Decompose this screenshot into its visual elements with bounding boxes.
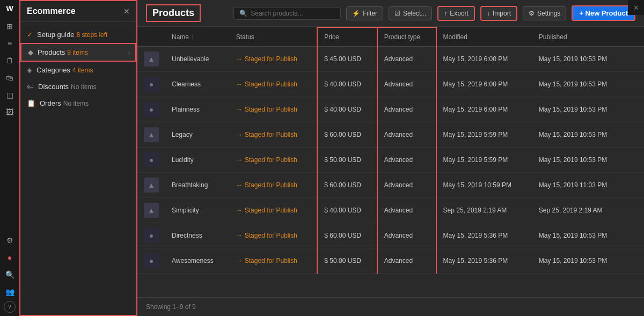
col-product-type[interactable]: Product type	[377, 27, 436, 47]
product-name: Clearness	[172, 80, 201, 88]
table-footer: Showing 1–9 of 9	[137, 297, 644, 316]
product-status-cell[interactable]: → Staged for Publish	[230, 47, 318, 72]
categories-count: 4 items	[72, 67, 93, 74]
store-icon[interactable]: 🛍	[2, 70, 18, 86]
product-status-cell[interactable]: → Staged for Publish	[230, 97, 318, 122]
table-row[interactable]: ● Plainness → Staged for Publish $ 40.00…	[137, 97, 644, 122]
product-published: May 15, 2019 11:03 PM	[539, 181, 607, 189]
product-type: Advanced	[384, 181, 413, 189]
product-published-cell: May 15, 2019 10:53 PM	[532, 248, 628, 274]
product-modified-cell: May 15, 2019 6:00 PM	[436, 97, 532, 122]
search-icon: 🔍	[239, 10, 247, 17]
settings-icon[interactable]: ⚙	[2, 232, 18, 248]
product-name-cell[interactable]: Lucidity	[165, 148, 230, 173]
col-modified[interactable]: Modified	[436, 27, 532, 47]
search-icon-bar[interactable]: 🔍	[2, 267, 18, 283]
sidebar-item-discounts[interactable]: 🏷 Discounts No items	[20, 78, 136, 95]
product-price: $ 50.00 USD	[324, 257, 361, 264]
settings-gear-icon: ⚙	[529, 10, 535, 17]
search-box[interactable]: 🔍	[233, 7, 341, 20]
export-button[interactable]: ↑ Export	[437, 6, 475, 21]
menu-icon[interactable]: ≡	[2, 35, 18, 52]
sidebar-item-products[interactable]: ◆ Products 9 items ›	[20, 43, 136, 62]
table-row[interactable]: ● Clearness → Staged for Publish $ 40.00…	[137, 72, 644, 97]
product-price: $ 60.00 USD	[324, 181, 361, 189]
page-icon[interactable]: 🗒	[2, 53, 18, 69]
media-icon[interactable]: 🖼	[2, 104, 18, 120]
product-name-cell[interactable]: Breathtaking	[165, 173, 230, 198]
product-status-cell[interactable]: → Staged for Publish	[230, 122, 318, 148]
col-published[interactable]: Published	[532, 27, 628, 47]
table-row[interactable]: ▲ Unbelievable → Staged for Publish $ 45…	[137, 47, 644, 72]
status-value: → Staged for Publish	[236, 156, 311, 164]
product-thumb-cell: ▲	[137, 47, 165, 72]
search-input[interactable]	[251, 10, 331, 17]
product-status-cell[interactable]: → Staged for Publish	[230, 148, 318, 173]
product-modified: May 15, 2019 5:36 PM	[443, 257, 508, 264]
product-actions-cell	[628, 248, 644, 274]
product-type-cell: Advanced	[377, 248, 436, 274]
product-price-cell: $ 50.00 USD	[317, 148, 377, 173]
product-modified-cell: May 15, 2019 10:59 PM	[436, 173, 532, 198]
table-row[interactable]: ● Lucidity → Staged for Publish $ 50.00 …	[137, 148, 644, 173]
product-status-cell[interactable]: → Staged for Publish	[230, 173, 318, 198]
table-row[interactable]: ● Awesomeness → Staged for Publish $ 50.…	[137, 248, 644, 274]
product-status-cell[interactable]: → Staged for Publish	[230, 72, 318, 97]
table-row[interactable]: ● Directness → Staged for Publish $ 60.0…	[137, 223, 644, 248]
sidebar-item-setup-guide[interactable]: ✓ Setup guide 8 steps left	[20, 26, 136, 43]
product-type: Advanced	[384, 106, 413, 113]
product-modified: May 15, 2019 6:00 PM	[443, 80, 508, 88]
product-status-cell[interactable]: → Staged for Publish	[230, 198, 318, 223]
product-status-cell[interactable]: → Staged for Publish	[230, 223, 318, 248]
product-thumbnail: ●	[144, 77, 159, 92]
product-published: May 15, 2019 10:53 PM	[539, 131, 607, 138]
sidebar-item-orders[interactable]: 📋 Orders No items	[20, 95, 136, 112]
product-thumb-cell: ▲	[137, 173, 165, 198]
product-name-cell[interactable]: Awesomeness	[165, 248, 230, 274]
product-name-cell[interactable]: Clearness	[165, 72, 230, 97]
product-name: Unbelievable	[172, 55, 209, 63]
product-thumbnail: ●	[144, 152, 159, 167]
import-button[interactable]: ↓ Import	[480, 6, 517, 21]
product-actions-cell	[628, 72, 644, 97]
blog-icon[interactable]: ◫	[2, 87, 18, 103]
users-icon[interactable]: 👥	[2, 284, 18, 300]
sidebar: Ecommerce ✕ ✓ Setup guide 8 steps left ◆…	[19, 0, 137, 316]
product-name-cell[interactable]: Directness	[165, 223, 230, 248]
sidebar-item-categories[interactable]: ◈ Categories 4 items	[20, 62, 136, 78]
alert-icon[interactable]: ●	[2, 249, 18, 266]
product-actions-cell	[628, 148, 644, 173]
product-price-cell: $ 40.00 USD	[317, 72, 377, 97]
col-price[interactable]: Price	[317, 27, 377, 47]
select-button[interactable]: ☑ Select...	[389, 6, 432, 20]
product-published-cell: May 15, 2019 10:53 PM	[532, 148, 628, 173]
new-product-button[interactable]: + New Product	[572, 5, 635, 21]
window-close-btn[interactable]: ✕	[633, 4, 639, 12]
product-name-cell[interactable]: Simplicity	[165, 198, 230, 223]
product-name-cell[interactable]: Legacy	[165, 122, 230, 148]
product-modified: May 15, 2019 6:00 PM	[443, 106, 508, 113]
product-thumb-cell: ▲	[137, 122, 165, 148]
product-published: May 15, 2019 10:53 PM	[539, 80, 607, 88]
product-type-cell: Advanced	[377, 122, 436, 148]
help-icon[interactable]: ?	[4, 301, 16, 313]
status-value: → Staged for Publish	[236, 257, 311, 264]
table-row[interactable]: ▲ Simplicity → Staged for Publish $ 40.0…	[137, 198, 644, 223]
product-type-cell: Advanced	[377, 72, 436, 97]
product-price: $ 40.00 USD	[324, 207, 361, 214]
grid-icon[interactable]: ⊞	[2, 18, 18, 34]
status-text: Staged for Publish	[245, 257, 297, 264]
col-name[interactable]: Name ↕	[165, 27, 230, 47]
table-row[interactable]: ▲ Legacy → Staged for Publish $ 60.00 US…	[137, 122, 644, 148]
page-title: Products	[146, 4, 201, 22]
status-value: → Staged for Publish	[236, 207, 311, 214]
product-name-cell[interactable]: Plainness	[165, 97, 230, 122]
product-status-cell[interactable]: → Staged for Publish	[230, 248, 318, 274]
sidebar-close-btn[interactable]: ✕	[123, 7, 130, 16]
col-status[interactable]: Status	[230, 27, 318, 47]
product-name-cell[interactable]: Unbelievable	[165, 47, 230, 72]
filter-button[interactable]: ⚡ Filter	[346, 6, 383, 20]
product-modified: Sep 25, 2019 2:19 AM	[443, 207, 507, 214]
table-row[interactable]: ▲ Breathtaking → Staged for Publish $ 60…	[137, 173, 644, 198]
settings-button[interactable]: ⚙ Settings	[523, 6, 566, 20]
